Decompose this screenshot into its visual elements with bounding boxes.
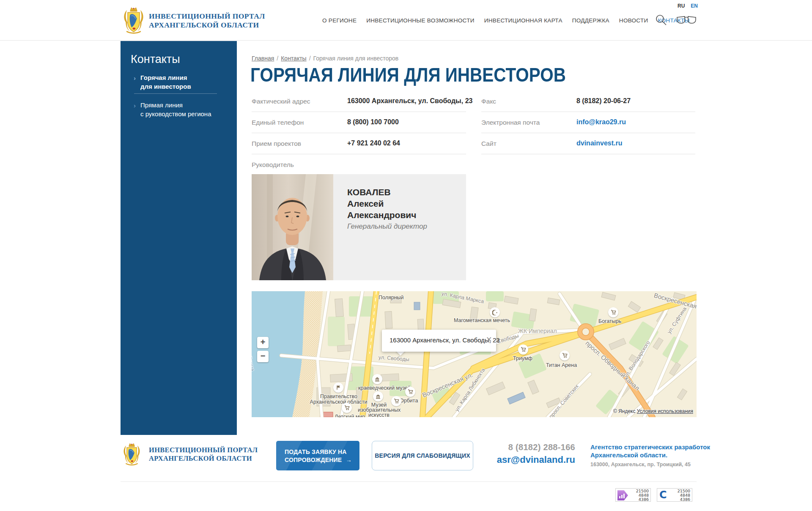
government-flag-icon	[333, 383, 343, 393]
map-attribution: © Яндекс Условия использования	[613, 408, 693, 414]
map-label-government-1: Правительство	[315, 393, 362, 399]
lang-en[interactable]: EN	[691, 3, 698, 9]
map-label-zhk-imperial: ЖК Империал	[518, 328, 557, 334]
footer-site-title-line1: ИНВЕСТИЦИОННЫЙ ПОРТАЛ	[149, 446, 258, 454]
metrics-counter-badge-1[interactable]: 21500 4848 4386	[615, 488, 651, 502]
apply-button-line2: СОПРОВОЖДЕНИЕ	[285, 456, 342, 464]
main-nav: О РЕГИОНЕ ИНВЕСТИЦИОННЫЕ ВОЗМОЖНОСТИ ИНВ…	[322, 0, 690, 41]
sidebar-title: Контакты	[131, 53, 180, 66]
shop-cart-icon	[560, 350, 570, 361]
nav-region[interactable]: О РЕГИОНЕ	[322, 17, 357, 24]
site-title-line1: ИНВЕСТИЦИОННЫЙ ПОРТАЛ	[149, 12, 265, 21]
footer-logo-crest-icon[interactable]	[122, 442, 142, 466]
sidebar-item-direct-line[interactable]: › Прямая линия с руководством региона	[140, 101, 211, 118]
footer-address: 163000, Архангельск, пр. Троицкий, 45	[590, 462, 691, 467]
bar-chart-icon	[617, 490, 628, 500]
search-icon[interactable]	[655, 14, 667, 26]
sidebar-item-hotline-line2: для инвесторов	[140, 82, 191, 91]
sidebar-item-direct-line2: с руководством региона	[140, 109, 211, 118]
leader-position: Генеральный директор	[347, 222, 427, 231]
breadcrumb-separator: /	[277, 55, 278, 62]
accessibility-glasses-icon[interactable]	[676, 15, 697, 25]
site-title[interactable]: ИНВЕСТИЦИОННЫЙ ПОРТАЛ АРХАНГЕЛЬСКОЙ ОБЛА…	[149, 12, 265, 30]
sidebar-divider	[134, 93, 217, 94]
contact-value-projects: +7 921 240 02 64	[347, 139, 400, 147]
contact-value-email: info@krao29.ru	[576, 118, 626, 126]
counter-value: 4386	[636, 497, 649, 502]
shop-cart-icon	[405, 387, 415, 397]
contact-label-projects: Прием проектов	[252, 140, 301, 148]
contact-label-address: Фактический адрес	[252, 98, 310, 105]
sidebar-item-hotline[interactable]: › Горячая линия для инвесторов	[140, 73, 191, 91]
footer-site-title[interactable]: ИНВЕСТИЦИОННЫЙ ПОРТАЛ АРХАНГЕЛЬСКОЙ ОБЛА…	[149, 446, 258, 463]
contact-label-site: Сайт	[481, 140, 497, 148]
row-divider	[481, 154, 695, 154]
nav-invest-opportunities[interactable]: ИНВЕСТИЦИОННЫЕ ВОЗМОЖНОСТИ	[366, 17, 475, 24]
apply-for-support-button[interactable]: ПОДАТЬ ЗАЯВКУ НА СОПРОВОЖДЕНИЕ →	[276, 441, 359, 470]
footer-email-link[interactable]: asr@dvinaland.ru	[482, 454, 575, 465]
museum-icon	[373, 391, 383, 402]
terms-of-use-link[interactable]: Условия использования	[637, 408, 693, 414]
leader-first-name: Алексей	[347, 198, 416, 209]
header: ИНВЕСТИЦИОННЫЙ ПОРТАЛ АРХАНГЕЛЬСКОЙ ОБЛА…	[0, 0, 812, 41]
contact-value-address: 163000 Архангельск, ул. Свободы, 23	[347, 97, 472, 105]
breadcrumb-current: Горячая линия для инвесторов	[313, 55, 399, 62]
chevron-right-icon: ›	[134, 101, 136, 110]
sidebar-item-direct-line1: Прямая линия	[140, 101, 211, 109]
sidebar-contacts: Контакты › Горячая линия для инвесторов …	[121, 41, 237, 435]
map-balloon: 163000 Архангельск, ул. Свободы, 23 ×	[382, 330, 496, 352]
nav-support[interactable]: ПОДДЕРЖКА	[572, 17, 609, 24]
leader-patronymic: Александрович	[347, 209, 416, 221]
metrics-counter-badge-2[interactable]: C 21500 4848 4386	[657, 488, 692, 502]
balloon-address: 163000 Архангельск, ул. Свободы, 23	[390, 336, 500, 344]
map-zoom-out-button[interactable]: −	[257, 351, 269, 362]
contact-label-fax: Факс	[481, 98, 496, 105]
leader-card: КОВАЛЕВ Алексей Александрович Генеральны…	[252, 174, 466, 280]
breadcrumb-contacts[interactable]: Контакты	[281, 55, 306, 62]
footer-agency-line2: Архангельской области.	[590, 451, 710, 459]
leader-photo	[252, 174, 333, 280]
site-title-line2: АРХАНГЕЛЬСКОЙ ОБЛАСТИ	[149, 21, 265, 30]
map-zoom-in-button[interactable]: +	[257, 337, 269, 348]
footer-phone: 8 (8182) 288-166	[482, 443, 575, 452]
footer-divider	[121, 481, 697, 482]
contact-value-fax: 8 (8182) 20-06-27	[576, 97, 631, 105]
nav-news[interactable]: НОВОСТИ	[619, 17, 648, 24]
contact-label-phone: Единый телефон	[252, 119, 304, 126]
contact-value-phone: 8 (800) 100 7000	[347, 118, 399, 126]
email-link[interactable]: info@krao29.ru	[576, 118, 626, 126]
map-label-triumf: Триумф	[513, 355, 532, 361]
breadcrumb-home[interactable]: Главная	[252, 55, 274, 62]
row-divider	[481, 112, 695, 112]
map-label-government-2: Архангельской области	[302, 399, 376, 405]
row-divider	[481, 133, 695, 133]
breadcrumb: Главная/Контакты/Горячая линия для инвес…	[252, 55, 398, 62]
map-label-kraeved-museum: краеведческий музей	[358, 385, 411, 391]
leader-surname: КОВАЛЕВ	[347, 186, 416, 198]
yandex-map[interactable]: Полярный ул. Карла Маркса Воскресенская …	[252, 291, 697, 417]
counter-values: 21500 4848 4386	[636, 489, 649, 502]
visually-impaired-version-button[interactable]: ВЕРСИЯ ДЛЯ СЛАБОВИДЯЩИХ	[372, 441, 473, 470]
row-divider	[252, 133, 466, 133]
site-link[interactable]: dvinainvest.ru	[576, 139, 622, 147]
arrow-right-icon: →	[346, 456, 352, 464]
counter-values: 21500 4848 4386	[678, 489, 690, 502]
museum-icon	[372, 374, 382, 384]
leader-section-label: Руководитель	[252, 161, 294, 169]
footer-agency-line1: Агентство стратегических разработок	[590, 443, 710, 451]
site-logo-crest-icon[interactable]	[122, 6, 145, 35]
balloon-close-icon[interactable]: ×	[486, 335, 492, 344]
shop-cart-icon	[518, 344, 528, 355]
map-label-detsky-mir: Детский мир	[335, 414, 365, 417]
nav-invest-map[interactable]: ИНВЕСТИЦИОННАЯ КАРТА	[484, 17, 562, 24]
chevron-right-icon: ›	[134, 74, 136, 82]
map-label-titan-arena: Титан Арена	[546, 362, 577, 368]
map-label-orbita: Орбита	[400, 398, 418, 404]
map-label-polyarny: Полярный	[379, 295, 404, 301]
footer-agency: Агентство стратегических разработок Арха…	[590, 443, 710, 459]
counter-value: 4386	[678, 497, 690, 502]
shop-cart-icon	[342, 403, 352, 413]
lang-ru[interactable]: RU	[678, 3, 685, 9]
leader-name: КОВАЛЕВ Алексей Александрович	[347, 186, 416, 221]
row-divider	[252, 112, 466, 112]
